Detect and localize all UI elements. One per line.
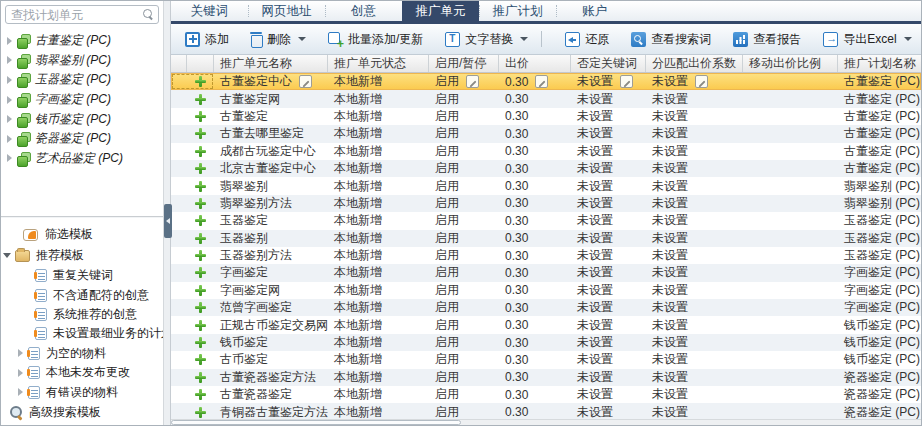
chevron-right-icon[interactable]	[7, 115, 12, 123]
cell-match-bid-coeff[interactable]: 未设置	[646, 177, 743, 194]
add-row-icon[interactable]	[195, 354, 206, 365]
cell-bid[interactable]: 0.30	[499, 125, 571, 142]
cell-unit-name[interactable]: 北京古董鉴定中心	[214, 160, 328, 177]
horizontal-scrollbar-thumb[interactable]	[171, 420, 461, 425]
add-row-icon[interactable]	[195, 267, 206, 278]
edit-icon[interactable]	[695, 75, 708, 88]
cell-unit-name[interactable]: 古币鉴定	[214, 351, 328, 368]
cell-negative-keywords[interactable]: 未设置	[571, 334, 646, 351]
row-select-area[interactable]	[171, 386, 214, 403]
row-select-area[interactable]	[171, 143, 214, 160]
sidebar-plan-item[interactable]: 古董鉴定 (PC)	[1, 31, 163, 51]
cell-bid[interactable]: 0.30	[499, 299, 571, 316]
sidebar-plan-item[interactable]: 艺术品鉴定 (PC)	[1, 149, 163, 169]
cell-bid[interactable]: 0.30	[499, 108, 571, 125]
chevron-right-icon[interactable]	[7, 56, 12, 64]
cell-unit-name[interactable]: 玉器鉴别	[214, 230, 328, 247]
row-select-area[interactable]	[171, 282, 214, 299]
chevron-down-icon[interactable]	[298, 37, 306, 41]
tab-account[interactable]: 账户	[556, 1, 633, 21]
cell-negative-keywords[interactable]: 未设置	[571, 90, 646, 107]
chevron-right-icon[interactable]	[7, 76, 12, 84]
row-select-area[interactable]	[171, 403, 214, 419]
cell-unit-name[interactable]: 字画鉴定网	[214, 282, 328, 299]
row-select-area[interactable]	[171, 299, 214, 316]
cell-match-bid-coeff[interactable]: 未设置	[646, 230, 743, 247]
chevron-right-icon[interactable]	[18, 388, 23, 396]
row-select-area[interactable]	[171, 334, 214, 351]
sidebar-item-error-materials[interactable]: 有错误的物料	[1, 382, 163, 401]
sidebar-item-filter-templates[interactable]: 筛选模板	[1, 224, 163, 245]
cell-match-bid-coeff[interactable]: 未设置	[646, 195, 743, 212]
add-row-icon[interactable]	[195, 198, 206, 209]
cell-unit-name[interactable]: 翡翠鉴别	[214, 177, 328, 194]
plan-search-input[interactable]	[6, 6, 158, 23]
table-row[interactable]: 字画鉴定 本地新增 启用 0.30 未设置 未设置 字画鉴定 (PC)	[171, 264, 921, 281]
table-row[interactable]: 成都古玩鉴定中心 本地新增 启用 0.30 未设置 未设置 古董鉴定 (PC)	[171, 143, 921, 160]
tab-keywords[interactable]: 关键词	[171, 1, 248, 21]
add-row-icon[interactable]	[195, 146, 206, 157]
table-row[interactable]: 古董瓷器鉴定 本地新增 启用 0.30 未设置 未设置 瓷器鉴定 (PC)	[171, 386, 921, 403]
tab-web-addresses[interactable]: 网页地址	[248, 1, 325, 21]
header-unit-name[interactable]: 推广单元名称	[214, 55, 328, 72]
add-row-icon[interactable]	[195, 337, 206, 348]
cell-match-bid-coeff[interactable]: 未设置	[646, 143, 743, 160]
cell-unit-name[interactable]: 古董去哪里鉴定	[214, 125, 328, 142]
table-row[interactable]: 翡翠鉴别方法 本地新增 启用 0.30 未设置 未设置 翡翠鉴别 (PC)	[171, 195, 921, 212]
add-row-icon[interactable]	[195, 163, 206, 174]
add-row-icon[interactable]	[195, 128, 206, 139]
cell-match-bid-coeff[interactable]: 未设置	[646, 334, 743, 351]
add-row-icon[interactable]	[195, 215, 206, 226]
cell-enable-pause[interactable]: 启用	[429, 264, 499, 281]
cell-unit-name[interactable]: 古董瓷器鉴定方法	[214, 369, 328, 386]
cell-enable-pause[interactable]: 启用	[429, 212, 499, 229]
edit-icon[interactable]	[535, 75, 548, 88]
cell-bid[interactable]: 0.30	[499, 369, 571, 386]
cell-bid[interactable]: 0.30	[499, 160, 571, 177]
cell-match-bid-coeff[interactable]: 未设置	[646, 73, 743, 90]
add-row-icon[interactable]	[195, 302, 206, 313]
chevron-right-icon[interactable]	[18, 349, 23, 357]
cell-negative-keywords[interactable]: 未设置	[571, 160, 646, 177]
chevron-down-icon[interactable]	[3, 253, 11, 258]
table-row[interactable]: 古董鉴定 本地新增 启用 0.30 未设置 未设置 古董鉴定 (PC)	[171, 108, 921, 125]
cell-bid[interactable]: 0.30	[499, 282, 571, 299]
table-row[interactable]: 字画鉴定网 本地新增 启用 0.30 未设置 未设置 字画鉴定 (PC)	[171, 282, 921, 299]
tab-campaigns[interactable]: 推广计划	[479, 1, 556, 21]
add-row-icon[interactable]	[195, 389, 206, 400]
cell-match-bid-coeff[interactable]: 未设置	[646, 125, 743, 142]
cell-negative-keywords[interactable]: 未设置	[571, 247, 646, 264]
cell-negative-keywords[interactable]: 未设置	[571, 316, 646, 333]
chevron-down-icon[interactable]	[904, 37, 912, 41]
edit-icon[interactable]	[299, 75, 312, 88]
view-search-terms-button[interactable]: 查看搜索词	[625, 28, 717, 51]
sidebar-plan-item[interactable]: 瓷器鉴定 (PC)	[1, 129, 163, 149]
edit-icon[interactable]	[466, 75, 479, 88]
add-button[interactable]: 添加	[179, 28, 235, 51]
cell-enable-pause[interactable]: 启用	[429, 230, 499, 247]
add-row-icon[interactable]	[195, 111, 206, 122]
table-row[interactable]: 古董去哪里鉴定 本地新增 启用 0.30 未设置 未设置 古董鉴定 (PC)	[171, 125, 921, 142]
cell-negative-keywords[interactable]: 未设置	[571, 282, 646, 299]
cell-bid[interactable]: 0.30	[499, 351, 571, 368]
cell-match-bid-coeff[interactable]: 未设置	[646, 282, 743, 299]
row-select-area[interactable]	[171, 125, 214, 142]
tab-creatives[interactable]: 创意	[325, 1, 402, 21]
table-row[interactable]: 玉器鉴别 本地新增 启用 0.30 未设置 未设置 玉器鉴定 (PC)	[171, 230, 921, 247]
row-select-area[interactable]	[171, 212, 214, 229]
table-row[interactable]: 正规古币鉴定交易网 本地新增 启用 0.30 未设置 未设置 钱币鉴定 (PC)	[171, 316, 921, 333]
chevron-down-icon[interactable]	[520, 37, 528, 41]
cell-bid[interactable]: 0.30	[499, 230, 571, 247]
chevron-right-icon[interactable]	[18, 369, 23, 377]
cell-negative-keywords[interactable]: 未设置	[571, 195, 646, 212]
cell-enable-pause[interactable]: 启用	[429, 403, 499, 419]
cell-bid[interactable]: 0.30	[499, 195, 571, 212]
cell-enable-pause[interactable]: 启用	[429, 90, 499, 107]
sidebar-collapse-handle[interactable]	[164, 204, 172, 238]
table-row[interactable]: 翡翠鉴别 本地新增 启用 0.30 未设置 未设置 翡翠鉴别 (PC)	[171, 177, 921, 194]
text-replace-button[interactable]: 文字替换	[439, 28, 534, 51]
row-select-area[interactable]	[171, 247, 214, 264]
header-campaign-name[interactable]: 推广计划名称	[838, 55, 921, 72]
cell-enable-pause[interactable]: 启用	[429, 334, 499, 351]
header-mobile-bid-ratio[interactable]: 移动出价比例	[743, 55, 838, 72]
